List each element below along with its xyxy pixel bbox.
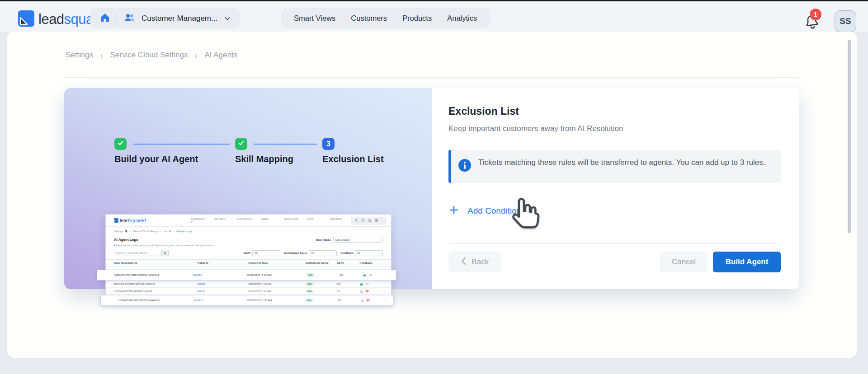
page-subtitle: Keep important customers away from AI Re… xyxy=(448,124,781,133)
back-button[interactable]: Back xyxy=(448,252,501,272)
preview-table: Auto Response ID Ticket ID Response Date… xyxy=(106,259,391,306)
info-icon xyxy=(458,159,472,174)
main-content-panel: Settings › Service Cloud Settings › AI A… xyxy=(7,32,857,358)
breadcrumb: Settings › Service Cloud Settings › AI A… xyxy=(66,51,237,60)
help-icon: ? xyxy=(368,219,372,223)
leadsquared-logo-icon xyxy=(18,10,34,28)
footer-actions: Back Cancel Build Agent xyxy=(448,252,781,272)
breadcrumb-service-cloud-settings[interactable]: Service Cloud Settings xyxy=(110,51,188,60)
svg-text:?: ? xyxy=(369,219,370,221)
preview-table-header: Auto Response ID Ticket ID Response Date… xyxy=(106,260,391,266)
step-3-exclusion-list-indicator[interactable]: 3 xyxy=(322,138,335,150)
preview-date-range: Date Range Last 90 Days⌄ xyxy=(316,237,383,243)
breadcrumb-separator-icon: › xyxy=(100,50,103,60)
preview-breadcrumb: Settings › Service Cloud Settings › Lexi… xyxy=(106,227,391,233)
chevron-down-icon: ⌄ xyxy=(382,220,383,222)
plus-icon xyxy=(448,205,459,217)
footer-divider xyxy=(448,243,781,244)
exclusion-list-panel: Exclusion List Keep important customers … xyxy=(432,88,799,289)
users-icon xyxy=(123,13,135,24)
chevron-left-icon xyxy=(461,257,467,267)
preview-filter-row: Search by Ticket ID, Subject CSATAll⌄ Co… xyxy=(106,247,391,256)
thumbs-down-icon xyxy=(365,282,369,286)
step-1-label: Build your AI Agent xyxy=(114,154,198,164)
kebab-menu-icon: ⋮ xyxy=(382,282,391,286)
table-row: M3N4O5-P6Q7R8-S9T0U1-V2W3X4 #67890 02/03… xyxy=(97,270,396,280)
table-row: YSZ6A7-B8C9D0-E1F2G3-H4I5J6 #54321 03/03… xyxy=(100,295,393,306)
check-icon xyxy=(238,140,245,148)
preview-icon-group: ? ⌄ xyxy=(351,217,387,224)
home-icon[interactable] xyxy=(99,12,110,25)
search-icon xyxy=(161,250,169,256)
breadcrumb-separator-icon: › xyxy=(195,50,197,60)
step-2-label: Skill Mapping xyxy=(235,154,293,164)
wizard-illustration-panel: 3 Build your AI Agent Skill Mapping Excl… xyxy=(64,88,432,289)
thumbs-up-icon xyxy=(361,299,364,302)
profile-icon xyxy=(375,219,378,223)
chevron-down-icon: ⌄ xyxy=(379,239,381,241)
step-1-build-agent-indicator[interactable] xyxy=(114,138,127,150)
step-connector xyxy=(133,144,230,145)
step-3-label: Exclusion List xyxy=(322,154,384,164)
workspace-selector-label[interactable]: Customer Managem... xyxy=(142,14,217,23)
bell-icon xyxy=(361,219,365,223)
preview-logo: leadsquared xyxy=(114,218,146,223)
window-top-edge xyxy=(0,0,868,1)
hand-pointer-cursor xyxy=(505,197,542,237)
preview-search: Search by Ticket ID, Subject xyxy=(114,250,169,256)
pill-divider xyxy=(117,13,117,24)
avatar[interactable]: SS xyxy=(835,10,856,32)
step-2-skill-mapping-indicator[interactable] xyxy=(235,138,247,150)
chevron-down-icon[interactable] xyxy=(224,15,231,22)
breadcrumb-settings[interactable]: Settings xyxy=(66,51,93,60)
preview-subtitle: Review the responses sent by the AI Agen… xyxy=(106,243,391,247)
thumbs-up-icon xyxy=(363,273,367,277)
build-agent-button[interactable]: Build Agent xyxy=(713,252,781,272)
topbar: leadsquared Customer Managem... Smart Vi… xyxy=(0,1,868,32)
add-conditions-button[interactable]: Add Conditions xyxy=(448,205,781,217)
ai-agent-logs-preview-image: leadsquared DASHBOARD⌄ CONTENT⌄ MARKETIN… xyxy=(105,214,392,302)
search-icon xyxy=(354,219,358,223)
breadcrumb-divider xyxy=(64,77,799,78)
main-nav: Smart Views Customers Products Analytics xyxy=(281,8,490,28)
cancel-button[interactable]: Cancel xyxy=(660,252,708,272)
kebab-menu-icon: ⋮ xyxy=(387,273,396,277)
page-title: Exclusion List xyxy=(448,105,781,117)
nav-item-customers[interactable]: Customers xyxy=(351,14,387,23)
notifications-button[interactable]: 1 xyxy=(804,11,823,30)
check-icon xyxy=(117,140,124,148)
info-banner: Tickets matching these rules will be tra… xyxy=(448,150,781,183)
thumbs-down-icon xyxy=(368,273,372,277)
kebab-menu-icon: ⋮ xyxy=(384,299,393,302)
thumbs-up-icon xyxy=(360,282,363,286)
kebab-menu-icon: ⋮ xyxy=(382,290,391,293)
nav-item-analytics[interactable]: Analytics xyxy=(447,14,477,23)
wizard-card: 3 Build your AI Agent Skill Mapping Excl… xyxy=(64,88,799,289)
preview-nav: DASHBOARD⌄ CONTENT⌄ MARKETING⌄ LEADS⌄ WO… xyxy=(191,218,350,224)
nav-item-products[interactable]: Products xyxy=(402,14,432,23)
table-row: M3N4O5-P6Q7R8-S9T0U1-V2W3X4 #67890 02/03… xyxy=(106,280,391,288)
step-connector xyxy=(254,144,317,145)
notification-badge: 1 xyxy=(810,9,821,20)
preview-topbar: leadsquared DASHBOARD⌄ CONTENT⌄ MARKETIN… xyxy=(106,215,391,227)
thumbs-down-icon xyxy=(365,290,369,293)
breadcrumb-ai-agents: AI Agents xyxy=(204,51,237,60)
table-row: YSZ6A7-B8C9D0-E1F2G3-H4I5J6 #54321 03/03… xyxy=(106,288,391,295)
mini-cursor-icon xyxy=(125,229,128,233)
preview-title: AI Agent Logs xyxy=(114,238,138,242)
thumbs-down-icon xyxy=(366,299,370,302)
thumbs-up-icon xyxy=(360,290,363,293)
workspace-pill: Customer Managem... xyxy=(90,8,240,28)
info-text: Tickets matching these rules will be tra… xyxy=(478,156,765,168)
scrollbar-thumb[interactable] xyxy=(848,40,851,233)
nav-item-smart-views[interactable]: Smart Views xyxy=(294,14,335,23)
